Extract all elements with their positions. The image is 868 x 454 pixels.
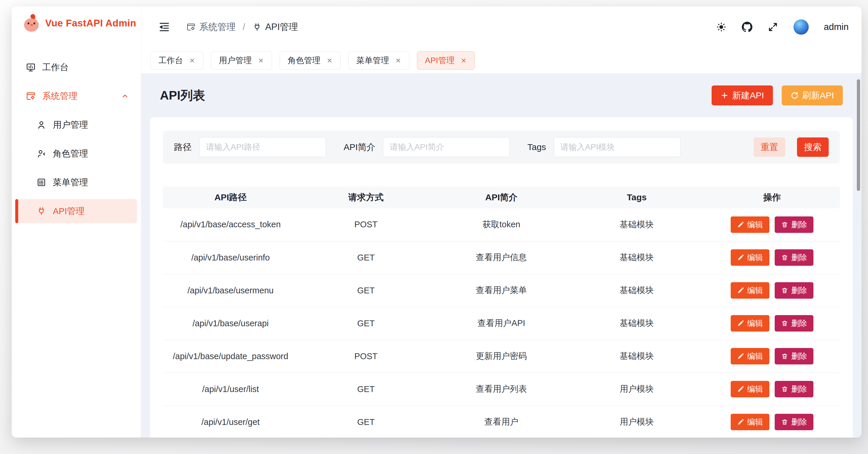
api-table: API路径 请求方式 API简介 Tags 操作 /api/v1/base/ac… [163,187,840,437]
github-icon[interactable] [742,22,752,32]
cell-method: GET [298,373,433,405]
user-avatar[interactable] [794,19,809,35]
main-area: 系统管理 / API管理 admin [141,6,862,437]
tab-label: 用户管理 [219,55,252,66]
workbench-monitor-icon [26,62,36,72]
pencil-icon [737,254,744,261]
cell-method: GET [298,307,433,340]
sidebar-item-users[interactable]: 用户管理 [15,113,137,137]
page-header-row: API列表 新建API 刷新API [150,74,853,117]
sidebar: Vue FastAPI Admin 工作台 系统管理 用户管理 [12,6,141,437]
delete-button[interactable]: 删除 [775,381,813,397]
tab-api[interactable]: API管理 [417,51,475,69]
tab-menus[interactable]: 菜单管理 [348,51,409,69]
fullscreen-icon[interactable] [768,22,778,32]
edit-button[interactable]: 编辑 [731,414,769,430]
tab-close-icon[interactable] [460,57,467,64]
cell-path: /api/v1/user/list [163,373,298,405]
active-item-bar [15,199,18,223]
breadcrumb-parent-label: 系统管理 [199,21,236,33]
delete-button[interactable]: 删除 [775,315,813,332]
tab-label: 角色管理 [287,55,320,66]
pencil-icon [737,353,744,360]
new-api-button[interactable]: 新建API [712,85,773,106]
cell-tags: 基础模块 [569,208,704,241]
tab-close-icon[interactable] [189,57,195,64]
system-window-gear-icon [186,22,196,32]
pencil-icon [737,287,744,294]
table-card: 路径 API简介 Tags 重置 搜索 [150,117,853,437]
cell-tags: 用户模块 [569,405,704,437]
tab-roles[interactable]: 角色管理 [280,51,341,69]
sidebar-item-label: 角色管理 [53,148,88,160]
sidebar-item-api[interactable]: API管理 [15,199,137,223]
system-window-gear-icon [26,91,36,101]
scrollbar-thumb[interactable] [857,79,860,191]
edit-button[interactable]: 编辑 [731,282,769,299]
sidebar-collapse-icon[interactable] [158,21,170,33]
pencil-icon [737,386,744,393]
cell-path: /api/v1/base/update_password [163,340,298,373]
theme-sun-icon[interactable] [716,22,726,32]
sidebar-item-roles[interactable]: 角色管理 [15,142,137,166]
tab-close-icon[interactable] [395,57,401,64]
page-title: API列表 [160,87,205,104]
sidebar-item-system[interactable]: 系统管理 [15,84,137,108]
trash-icon [781,221,788,228]
tab-label: 菜单管理 [356,55,389,66]
delete-button[interactable]: 删除 [775,348,813,364]
trash-icon [781,386,788,393]
tab-workbench[interactable]: 工作台 [151,51,204,69]
col-path: API路径 [163,187,298,208]
breadcrumb-current: API管理 [252,21,298,33]
page-content: API列表 新建API 刷新API [141,74,862,437]
delete-button[interactable]: 删除 [775,282,813,299]
role-user-icon [36,149,46,159]
summary-filter-input[interactable] [383,137,510,157]
pencil-icon [737,221,744,228]
chicken-logo-icon [24,14,40,32]
table-row: /api/v1/base/userapi GET 查看用户API 基础模块 编辑… [163,307,840,340]
tags-filter-input[interactable] [554,137,681,157]
table-row: /api/v1/base/usermenu GET 查看用户菜单 基础模块 编辑… [163,274,840,307]
sidebar-item-label: 工作台 [42,61,69,74]
plus-icon [720,91,728,100]
breadcrumb: 系统管理 / API管理 [186,21,298,33]
refresh-api-button[interactable]: 刷新API [782,85,843,106]
tab-close-icon[interactable] [258,57,264,64]
desktop-background: Vue FastAPI Admin 工作台 系统管理 用户管理 [0,0,868,454]
app-logo[interactable]: Vue FastAPI Admin [12,6,141,32]
edit-button[interactable]: 编辑 [731,315,769,332]
sidebar-item-workbench[interactable]: 工作台 [15,55,137,79]
trash-icon [781,287,788,294]
tags-filter-label: Tags [527,142,546,152]
cell-tags: 基础模块 [569,241,704,274]
username-label[interactable]: admin [824,22,849,32]
refresh-icon [790,91,799,100]
app-title: Vue FastAPI Admin [45,18,136,29]
table-row: /api/v1/base/userinfo GET 查看用户信息 基础模块 编辑… [163,241,840,274]
cell-path: /api/v1/base/access_token [163,208,298,241]
top-right-tools: admin [716,19,849,35]
path-filter-input[interactable] [199,137,326,157]
search-button[interactable]: 搜索 [797,137,829,157]
cell-path: /api/v1/user/get [163,405,298,437]
delete-button[interactable]: 删除 [775,217,813,233]
tab-users[interactable]: 用户管理 [211,51,272,69]
breadcrumb-parent[interactable]: 系统管理 [186,21,236,33]
reset-button[interactable]: 重置 [753,137,785,157]
sidebar-item-menus[interactable]: 菜单管理 [15,170,137,194]
cell-summary: 查看用户API [434,307,569,340]
tab-close-icon[interactable] [326,57,333,64]
edit-button[interactable]: 编辑 [731,348,769,364]
delete-button[interactable]: 删除 [775,249,813,266]
delete-button[interactable]: 删除 [775,414,813,430]
edit-button[interactable]: 编辑 [731,217,769,233]
cell-summary: 获取token [434,208,569,241]
sidebar-item-label: 菜单管理 [53,176,88,189]
edit-button[interactable]: 编辑 [731,249,769,266]
api-plug-icon [36,206,46,216]
trash-icon [781,320,788,327]
edit-button[interactable]: 编辑 [731,381,769,397]
cell-tags: 基础模块 [569,340,704,373]
